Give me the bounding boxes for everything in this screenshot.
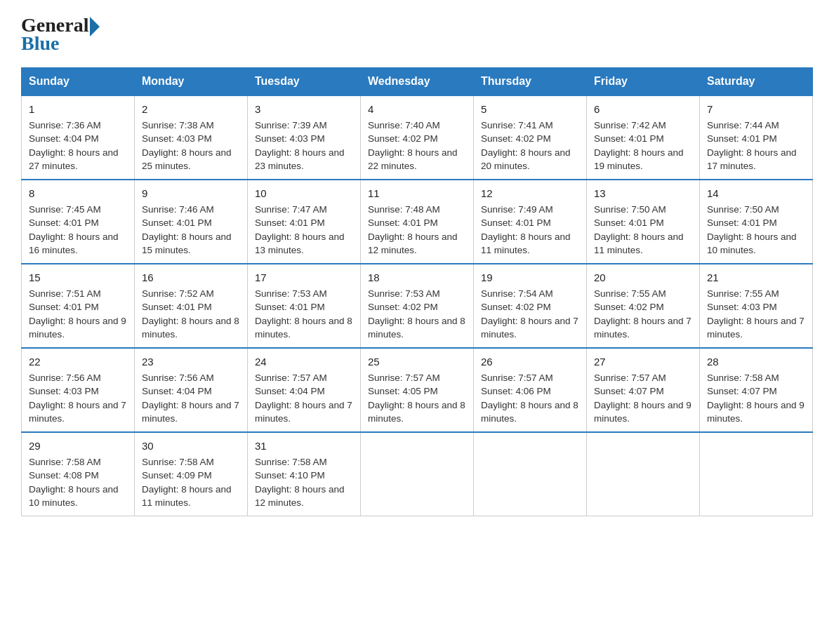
day-number: 15: [29, 270, 127, 286]
day-number: 21: [707, 270, 805, 286]
calendar-day-header: Tuesday: [248, 68, 361, 96]
day-number: 26: [481, 354, 579, 370]
calendar-day-cell: 3Sunrise: 7:39 AMSunset: 4:03 PMDaylight…: [248, 95, 361, 180]
calendar-day-header: Saturday: [700, 68, 813, 96]
calendar-header-row: SundayMondayTuesdayWednesdayThursdayFrid…: [22, 68, 813, 96]
calendar-day-header: Monday: [135, 68, 248, 96]
calendar-day-cell: [700, 432, 813, 516]
day-number: 30: [142, 438, 240, 454]
calendar-day-cell: 22Sunrise: 7:56 AMSunset: 4:03 PMDayligh…: [22, 348, 135, 432]
day-number: 1: [29, 102, 127, 117]
calendar-day-header: Thursday: [474, 68, 587, 96]
calendar-day-cell: 23Sunrise: 7:56 AMSunset: 4:04 PMDayligh…: [135, 348, 248, 432]
page-header: General Blue: [21, 14, 813, 55]
day-number: 20: [594, 270, 692, 286]
day-number: 4: [368, 102, 466, 117]
calendar-day-header: Sunday: [22, 68, 135, 96]
day-number: 31: [255, 438, 353, 454]
day-number: 6: [594, 102, 692, 117]
day-number: 17: [255, 270, 353, 286]
calendar-day-cell: 31Sunrise: 7:58 AMSunset: 4:10 PMDayligh…: [248, 432, 361, 516]
calendar-day-cell: 11Sunrise: 7:48 AMSunset: 4:01 PMDayligh…: [361, 180, 474, 264]
calendar-day-cell: 29Sunrise: 7:58 AMSunset: 4:08 PMDayligh…: [22, 432, 135, 516]
calendar-day-cell: 26Sunrise: 7:57 AMSunset: 4:06 PMDayligh…: [474, 348, 587, 432]
calendar-day-cell: 16Sunrise: 7:52 AMSunset: 4:01 PMDayligh…: [135, 264, 248, 348]
calendar-day-cell: 7Sunrise: 7:44 AMSunset: 4:01 PMDaylight…: [700, 95, 813, 180]
day-number: 2: [142, 102, 240, 117]
day-number: 25: [368, 354, 466, 370]
day-number: 24: [255, 354, 353, 370]
calendar-day-cell: [587, 432, 700, 516]
calendar-week-row: 22Sunrise: 7:56 AMSunset: 4:03 PMDayligh…: [22, 348, 813, 432]
day-number: 16: [142, 270, 240, 286]
calendar-day-cell: 18Sunrise: 7:53 AMSunset: 4:02 PMDayligh…: [361, 264, 474, 348]
calendar-day-cell: 27Sunrise: 7:57 AMSunset: 4:07 PMDayligh…: [587, 348, 700, 432]
calendar-day-cell: 21Sunrise: 7:55 AMSunset: 4:03 PMDayligh…: [700, 264, 813, 348]
calendar-day-cell: 24Sunrise: 7:57 AMSunset: 4:04 PMDayligh…: [248, 348, 361, 432]
calendar-day-cell: 12Sunrise: 7:49 AMSunset: 4:01 PMDayligh…: [474, 180, 587, 264]
calendar-day-cell: 19Sunrise: 7:54 AMSunset: 4:02 PMDayligh…: [474, 264, 587, 348]
day-number: 12: [481, 186, 579, 201]
calendar-day-cell: 17Sunrise: 7:53 AMSunset: 4:01 PMDayligh…: [248, 264, 361, 348]
calendar-day-cell: 15Sunrise: 7:51 AMSunset: 4:01 PMDayligh…: [22, 264, 135, 348]
day-number: 29: [29, 438, 127, 454]
calendar-day-cell: 5Sunrise: 7:41 AMSunset: 4:02 PMDaylight…: [474, 95, 587, 180]
calendar-day-header: Friday: [587, 68, 700, 96]
logo: General Blue: [21, 14, 100, 55]
calendar-day-cell: [361, 432, 474, 516]
calendar-day-cell: 10Sunrise: 7:47 AMSunset: 4:01 PMDayligh…: [248, 180, 361, 264]
calendar-day-cell: 13Sunrise: 7:50 AMSunset: 4:01 PMDayligh…: [587, 180, 700, 264]
day-number: 22: [29, 354, 127, 370]
calendar-day-cell: 20Sunrise: 7:55 AMSunset: 4:02 PMDayligh…: [587, 264, 700, 348]
day-number: 10: [255, 186, 353, 201]
calendar-day-cell: 1Sunrise: 7:36 AMSunset: 4:04 PMDaylight…: [22, 95, 135, 180]
day-number: 9: [142, 186, 240, 201]
day-number: 18: [368, 270, 466, 286]
day-number: 28: [707, 354, 805, 370]
calendar-week-row: 8Sunrise: 7:45 AMSunset: 4:01 PMDaylight…: [22, 180, 813, 264]
day-number: 3: [255, 102, 353, 117]
calendar-day-cell: 4Sunrise: 7:40 AMSunset: 4:02 PMDaylight…: [361, 95, 474, 180]
calendar-day-cell: 2Sunrise: 7:38 AMSunset: 4:03 PMDaylight…: [135, 95, 248, 180]
calendar-table: SundayMondayTuesdayWednesdayThursdayFrid…: [21, 67, 813, 516]
calendar-week-row: 29Sunrise: 7:58 AMSunset: 4:08 PMDayligh…: [22, 432, 813, 516]
day-number: 13: [594, 186, 692, 201]
day-number: 19: [481, 270, 579, 286]
day-number: 7: [707, 102, 805, 117]
calendar-day-cell: 28Sunrise: 7:58 AMSunset: 4:07 PMDayligh…: [700, 348, 813, 432]
calendar-week-row: 1Sunrise: 7:36 AMSunset: 4:04 PMDaylight…: [22, 95, 813, 180]
calendar-day-cell: 8Sunrise: 7:45 AMSunset: 4:01 PMDaylight…: [22, 180, 135, 264]
logo-blue-text: Blue: [21, 32, 100, 55]
calendar-day-cell: 25Sunrise: 7:57 AMSunset: 4:05 PMDayligh…: [361, 348, 474, 432]
calendar-week-row: 15Sunrise: 7:51 AMSunset: 4:01 PMDayligh…: [22, 264, 813, 348]
calendar-day-cell: [474, 432, 587, 516]
day-number: 5: [481, 102, 579, 117]
day-number: 14: [707, 186, 805, 201]
day-number: 23: [142, 354, 240, 370]
calendar-day-cell: 9Sunrise: 7:46 AMSunset: 4:01 PMDaylight…: [135, 180, 248, 264]
calendar-day-cell: 14Sunrise: 7:50 AMSunset: 4:01 PMDayligh…: [700, 180, 813, 264]
day-number: 8: [29, 186, 127, 201]
calendar-day-header: Wednesday: [361, 68, 474, 96]
day-number: 11: [368, 186, 466, 201]
calendar-day-cell: 30Sunrise: 7:58 AMSunset: 4:09 PMDayligh…: [135, 432, 248, 516]
calendar-day-cell: 6Sunrise: 7:42 AMSunset: 4:01 PMDaylight…: [587, 95, 700, 180]
day-number: 27: [594, 354, 692, 370]
